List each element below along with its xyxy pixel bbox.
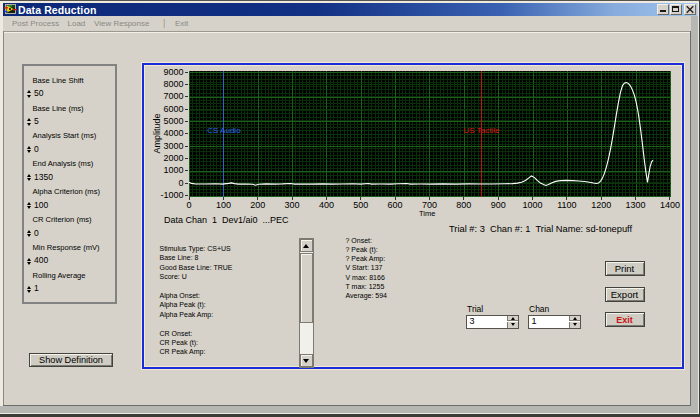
svg-text:US Tactile: US Tactile [463,125,499,134]
svg-text:CS Audio: CS Audio [207,125,241,134]
